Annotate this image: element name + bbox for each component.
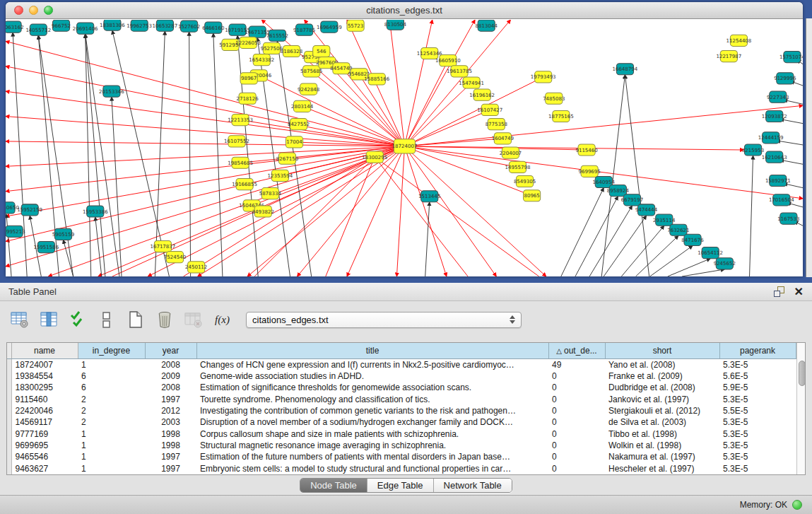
column-visibility-icon[interactable] (39, 310, 58, 329)
table-row[interactable]: 1456911722003Disruption of a novel membe… (7, 416, 796, 428)
network-node[interactable]: 19962753 (126, 20, 152, 31)
table-cell[interactable]: 9115460 (11, 394, 78, 405)
function-builder-icon[interactable]: f(x) (213, 310, 232, 329)
table-cell[interactable]: 1997 (145, 451, 196, 462)
citation-edge-red[interactable] (375, 157, 539, 276)
citation-edge-red[interactable] (6, 146, 405, 192)
citation-edge-red[interactable] (240, 120, 404, 146)
table-cell[interactable]: Investigating the contribution of common… (196, 405, 548, 416)
table-cell[interactable]: 5.9E-5 (719, 382, 796, 393)
table-cell[interactable]: 0 (548, 451, 605, 462)
column-header-out-de-[interactable]: △out_de... (548, 343, 605, 358)
table-cell[interactable]: 0 (548, 370, 605, 382)
table-cell[interactable]: 5.3E-5 (719, 394, 796, 405)
network-node[interactable]: 15751074 (779, 51, 803, 62)
table-cell[interactable]: 6 (78, 382, 145, 393)
table-cell[interactable]: 2008 (145, 358, 196, 370)
citation-edge-red[interactable] (389, 20, 404, 146)
network-node[interactable]: 2204007 (500, 147, 522, 158)
network-node[interactable]: 19793493 (531, 71, 556, 83)
network-canvas[interactable]: 2063162140557129667522069140618381306199… (6, 20, 803, 276)
table-row[interactable]: 2242004622012Investigating the contribut… (7, 405, 796, 416)
table-cell[interactable]: Tourette syndrome. Phenomenology and cla… (196, 394, 548, 405)
citation-edge-black[interactable] (155, 31, 165, 276)
table-cell[interactable]: 5.3E-5 (719, 451, 796, 462)
table-row[interactable]: 946362711997Embryonic stem cells: a mode… (7, 463, 796, 474)
table-cell[interactable]: Corpus callosum shape and size in male p… (196, 428, 548, 440)
table-cell[interactable]: Genome-wide association studies in ADHD. (196, 370, 548, 382)
network-node[interactable]: 20691406 (73, 23, 98, 34)
table-cell[interactable]: Nakamura et al. (1997) (605, 451, 719, 462)
network-node[interactable]: 14955798 (505, 161, 531, 173)
network-node[interactable]: 8130504 (384, 20, 407, 30)
table-cell[interactable]: 0 (548, 463, 605, 474)
network-node[interactable]: 9474444 (635, 204, 658, 216)
citation-edge-black[interactable] (604, 216, 646, 276)
citation-edge-red[interactable] (405, 139, 503, 146)
network-node[interactable]: 2450112 (185, 262, 207, 273)
citation-edge-black[interactable] (6, 214, 11, 276)
network-node[interactable]: 1167533 (777, 213, 799, 224)
network-node[interactable]: 9227343 (767, 91, 789, 103)
table-cell[interactable]: 5.3E-5 (719, 416, 796, 428)
table-row[interactable]: 1938455462009Genome-wide association stu… (7, 370, 796, 382)
citation-edge-red[interactable] (405, 83, 472, 146)
table-selector-dropdown[interactable]: citations_edges.txt (246, 312, 522, 328)
network-node[interactable]: 12353594 (268, 170, 293, 181)
new-column-icon[interactable] (126, 310, 145, 329)
network-node[interactable]: 16717837 (150, 240, 175, 252)
clear-selection-icon[interactable] (97, 310, 116, 329)
table-cell[interactable]: Disruption of a novel member of a sodium… (196, 416, 548, 428)
network-node[interactable]: 10653287 (153, 20, 178, 31)
table-row[interactable]: 977716911998Corpus callosum shape and si… (7, 428, 796, 440)
network-node[interactable]: 7524540 (164, 252, 187, 263)
network-node[interactable]: 8775358 (486, 119, 507, 130)
network-node[interactable]: 7632621 (667, 224, 689, 235)
network-node[interactable]: 3493822 (252, 206, 274, 217)
citation-edge-red[interactable] (6, 146, 405, 216)
citation-edge-black[interactable] (682, 269, 724, 276)
table-cell[interactable]: 1997 (145, 394, 196, 405)
network-node[interactable]: 6679197 (621, 194, 643, 206)
table-cell[interactable]: 1998 (145, 440, 196, 451)
table-cell[interactable]: Wolkin et al. (1998) (605, 440, 719, 451)
citation-edge-red[interactable] (6, 146, 405, 166)
table-cell[interactable]: 9699695 (11, 440, 78, 451)
table-cell[interactable]: Estimation of significance thresholds fo… (196, 382, 548, 393)
table-cell[interactable]: 0 (548, 416, 605, 428)
column-header-short[interactable]: short (605, 343, 719, 358)
citation-edge-black[interactable] (650, 246, 693, 276)
table-cell[interactable]: 5.3E-5 (719, 440, 796, 451)
column-header-title[interactable]: title (196, 343, 548, 358)
network-node[interactable]: 9115460 (575, 144, 598, 156)
table-row[interactable]: 1872400712008Changes of HCN gene express… (7, 358, 796, 370)
table-cell[interactable]: Stergiakouli et al. (2012) (605, 405, 719, 416)
citation-edge-red[interactable] (6, 91, 405, 146)
network-node[interactable]: 8813044 (476, 20, 498, 31)
table-cell[interactable]: 2 (78, 416, 145, 428)
table-cell[interactable]: 0 (548, 394, 605, 405)
citation-edge-black[interactable] (780, 160, 803, 164)
citation-edge-black[interactable] (780, 119, 803, 124)
network-node[interactable]: 2718126 (236, 93, 259, 104)
network-node[interactable]: 19166855 (232, 178, 257, 189)
citation-edge-red[interactable] (405, 110, 490, 146)
window-titlebar[interactable]: citations_edges.txt (6, 2, 803, 19)
table-cell[interactable]: 2003 (145, 416, 196, 428)
citation-edge-black[interactable] (112, 97, 122, 276)
citation-edge-black[interactable] (213, 33, 223, 276)
citation-edge-black[interactable] (95, 217, 102, 276)
table-cell[interactable]: Jankovic et al. (1997) (605, 394, 719, 405)
network-node[interactable]: 2803144 (291, 100, 314, 112)
citation-edge-red[interactable] (259, 76, 404, 146)
float-panel-icon[interactable] (774, 286, 784, 297)
network-node[interactable]: 8267150 (276, 153, 299, 164)
citation-edge-black[interactable] (189, 32, 191, 276)
table-cell[interactable]: 18300295 (11, 382, 78, 393)
citation-edge-red[interactable] (6, 41, 405, 146)
tab-node-table[interactable]: Node Table (300, 479, 367, 492)
network-node[interactable]: 18381306 (100, 20, 125, 30)
table-row[interactable]: 946554611997Estimation of the future num… (7, 451, 796, 462)
network-node[interactable]: 9187785 (293, 24, 315, 35)
table-cell[interactable]: 9777169 (11, 428, 78, 440)
